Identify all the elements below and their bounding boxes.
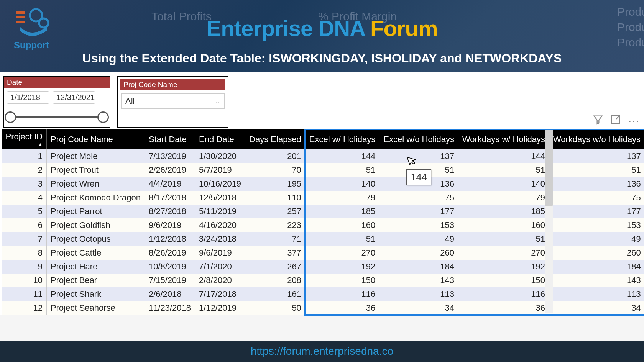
cell-project-id[interactable]: 11 bbox=[2, 287, 47, 301]
cell-excel-w-h[interactable]: 116 bbox=[305, 287, 379, 301]
cell-days-elapsed[interactable]: 110 bbox=[245, 191, 306, 205]
proj-dropdown[interactable]: All ⌄ bbox=[121, 93, 225, 109]
footer-link[interactable]: https://forum.enterprisedna.co bbox=[0, 341, 644, 362]
cell-proj-name[interactable]: Project Hare bbox=[47, 260, 145, 274]
date-range-slider[interactable] bbox=[8, 110, 105, 125]
cell-workdays-wo-h[interactable]: 113 bbox=[549, 287, 644, 301]
cell-end-date[interactable]: 7/1/2020 bbox=[195, 260, 245, 274]
cell-workdays-wo-h[interactable]: 153 bbox=[549, 218, 644, 232]
cell-start-date[interactable]: 8/17/2018 bbox=[145, 191, 195, 205]
cell-start-date[interactable]: 9/6/2019 bbox=[145, 218, 195, 232]
cell-proj-name[interactable]: Project Goldfish bbox=[47, 218, 145, 232]
cell-proj-name[interactable]: Project Shark bbox=[47, 287, 145, 301]
cell-workdays-wo-h[interactable]: 184 bbox=[549, 260, 644, 274]
cell-excel-wo-h[interactable]: 49 bbox=[380, 232, 458, 246]
cell-days-elapsed[interactable]: 71 bbox=[245, 232, 306, 246]
col-end-date[interactable]: End Date bbox=[195, 129, 245, 149]
cell-project-id[interactable]: 1 bbox=[2, 149, 47, 163]
cell-excel-w-h[interactable]: 270 bbox=[305, 246, 379, 260]
col-excel-w-holidays[interactable]: Excel w/ Holidays bbox=[305, 129, 379, 149]
cell-proj-name[interactable]: Project Bear bbox=[47, 274, 145, 287]
cell-excel-wo-h[interactable]: 184 bbox=[380, 260, 458, 274]
cell-project-id[interactable]: 8 bbox=[2, 246, 47, 260]
cell-start-date[interactable]: 2/26/2019 bbox=[145, 163, 195, 177]
cell-excel-wo-h[interactable]: 75 bbox=[380, 191, 458, 205]
cell-project-id[interactable]: 6 bbox=[2, 218, 47, 232]
cell-workdays-w-h[interactable]: 185 bbox=[458, 205, 549, 218]
cell-start-date[interactable]: 7/15/2019 bbox=[145, 274, 195, 287]
focus-mode-icon[interactable] bbox=[610, 114, 621, 128]
cell-workdays-wo-h[interactable]: 75 bbox=[549, 191, 644, 205]
col-days-elapsed[interactable]: Days Elapsed bbox=[245, 129, 306, 149]
cell-excel-wo-h[interactable]: 34 bbox=[380, 301, 458, 315]
cell-days-elapsed[interactable]: 257 bbox=[245, 205, 306, 218]
scroll-thumb[interactable] bbox=[545, 129, 553, 206]
cell-days-elapsed[interactable]: 201 bbox=[245, 149, 306, 163]
cell-start-date[interactable]: 10/8/2019 bbox=[145, 260, 195, 274]
filter-icon[interactable] bbox=[593, 114, 603, 128]
cell-end-date[interactable]: 1/12/2019 bbox=[195, 301, 245, 315]
more-options-icon[interactable]: ⋯ bbox=[628, 114, 639, 128]
cell-excel-w-h[interactable]: 192 bbox=[305, 260, 379, 274]
cell-days-elapsed[interactable]: 195 bbox=[245, 177, 306, 191]
cell-proj-name[interactable]: Project Parrot bbox=[47, 205, 145, 218]
cell-excel-w-h[interactable]: 51 bbox=[305, 163, 379, 177]
cell-days-elapsed[interactable]: 70 bbox=[245, 163, 306, 177]
cell-start-date[interactable]: 4/4/2019 bbox=[145, 177, 195, 191]
cell-project-id[interactable]: 3 bbox=[2, 177, 47, 191]
cell-end-date[interactable]: 5/11/2019 bbox=[195, 205, 245, 218]
table-visual[interactable]: ⋯ Project ID▲ Proj Code Name Start Date … bbox=[0, 129, 644, 315]
col-excel-wo-holidays[interactable]: Excel w/o Holidays bbox=[380, 129, 458, 149]
cell-excel-w-h[interactable]: 185 bbox=[305, 205, 379, 218]
range-thumb-left[interactable] bbox=[5, 111, 16, 123]
cell-end-date[interactable]: 7/17/2018 bbox=[195, 287, 245, 301]
cell-workdays-w-h[interactable]: 192 bbox=[458, 260, 549, 274]
cell-days-elapsed[interactable]: 223 bbox=[245, 218, 306, 232]
cell-project-id[interactable]: 4 bbox=[2, 191, 47, 205]
cell-proj-name[interactable]: Project Seahorse bbox=[47, 301, 145, 315]
cell-excel-wo-h[interactable]: 113 bbox=[380, 287, 458, 301]
cell-excel-wo-h[interactable]: 177 bbox=[380, 205, 458, 218]
cell-excel-w-h[interactable]: 144 bbox=[305, 149, 379, 163]
col-proj-name[interactable]: Proj Code Name bbox=[47, 129, 145, 149]
cell-workdays-wo-h[interactable]: 34 bbox=[549, 301, 644, 315]
cell-start-date[interactable]: 1/12/2018 bbox=[145, 232, 195, 246]
cell-project-id[interactable]: 10 bbox=[2, 274, 47, 287]
cell-workdays-wo-h[interactable]: 260 bbox=[549, 246, 644, 260]
cell-excel-w-h[interactable]: 36 bbox=[305, 301, 379, 315]
cell-end-date[interactable]: 1/30/2020 bbox=[195, 149, 245, 163]
cell-excel-wo-h[interactable]: 143 bbox=[380, 274, 458, 287]
cell-start-date[interactable]: 7/13/2019 bbox=[145, 149, 195, 163]
cell-excel-w-h[interactable]: 160 bbox=[305, 218, 379, 232]
cell-proj-name[interactable]: Project Mole bbox=[47, 149, 145, 163]
cell-workdays-wo-h[interactable]: 177 bbox=[549, 205, 644, 218]
cell-excel-wo-h[interactable]: 260 bbox=[380, 246, 458, 260]
cell-excel-w-h[interactable]: 140 bbox=[305, 177, 379, 191]
date-start-input[interactable]: 1/1/2018 bbox=[7, 91, 49, 104]
cell-proj-name[interactable]: Project Komodo Dragon bbox=[47, 191, 145, 205]
cell-days-elapsed[interactable]: 377 bbox=[245, 246, 306, 260]
cell-start-date[interactable]: 11/23/2018 bbox=[145, 301, 195, 315]
cell-proj-name[interactable]: Project Trout bbox=[47, 163, 145, 177]
cell-workdays-wo-h[interactable]: 49 bbox=[549, 232, 644, 246]
cell-days-elapsed[interactable]: 267 bbox=[245, 260, 306, 274]
cell-proj-name[interactable]: Project Octopus bbox=[47, 232, 145, 246]
cell-project-id[interactable]: 5 bbox=[2, 205, 47, 218]
cell-workdays-wo-h[interactable]: 137 bbox=[549, 149, 644, 163]
cell-end-date[interactable]: 9/6/2019 bbox=[195, 246, 245, 260]
cell-workdays-w-h[interactable]: 144 bbox=[458, 149, 549, 163]
proj-code-slicer[interactable]: Proj Code Name All ⌄ bbox=[117, 76, 228, 128]
cell-workdays-wo-h[interactable]: 51 bbox=[549, 163, 644, 177]
cell-days-elapsed[interactable]: 161 bbox=[245, 287, 306, 301]
cell-excel-wo-h[interactable]: 153 bbox=[380, 218, 458, 232]
col-project-id[interactable]: Project ID▲ bbox=[2, 129, 47, 149]
date-end-input[interactable]: 12/31/2021 bbox=[53, 91, 95, 104]
vertical-scrollbar[interactable] bbox=[545, 129, 553, 313]
cell-workdays-w-h[interactable]: 160 bbox=[458, 218, 549, 232]
cell-proj-name[interactable]: Project Wren bbox=[47, 177, 145, 191]
date-slicer[interactable]: Date 1/1/2018 12/31/2021 bbox=[3, 76, 110, 128]
cell-excel-w-h[interactable]: 79 bbox=[305, 191, 379, 205]
cell-excel-w-h[interactable]: 51 bbox=[305, 232, 379, 246]
cell-project-id[interactable]: 12 bbox=[2, 301, 47, 315]
cell-workdays-w-h[interactable]: 150 bbox=[458, 274, 549, 287]
